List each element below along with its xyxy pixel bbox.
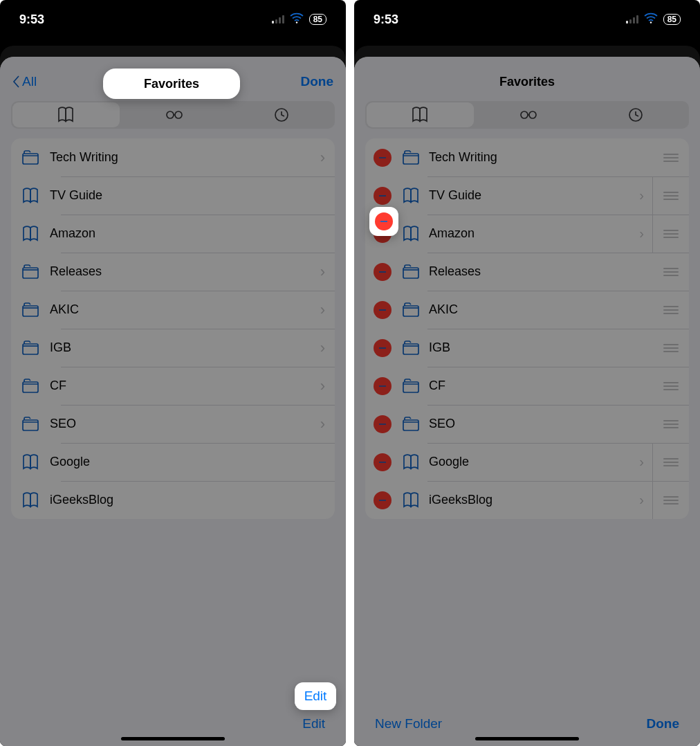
list-item-label: CF bbox=[429, 379, 653, 393]
edit-button[interactable]: Edit bbox=[302, 716, 325, 731]
chevron-right-icon: › bbox=[320, 377, 325, 395]
segmented-control[interactable] bbox=[365, 101, 689, 129]
delete-button[interactable] bbox=[374, 339, 392, 357]
drag-handle-icon[interactable] bbox=[660, 230, 682, 238]
list-item[interactable]: Releases bbox=[365, 253, 689, 291]
battery-badge: 85 bbox=[663, 14, 681, 25]
list-item[interactable]: TV Guide bbox=[11, 176, 335, 215]
segment-reading-list[interactable] bbox=[475, 101, 582, 129]
list-item[interactable]: AKIC› bbox=[11, 291, 335, 329]
drag-handle-icon[interactable] bbox=[660, 154, 682, 162]
list-item[interactable]: Amazon bbox=[11, 215, 335, 253]
list-item-label: AKIC bbox=[50, 302, 320, 317]
highlight-edit-label: Edit bbox=[304, 689, 327, 704]
list-item-label: CF bbox=[50, 379, 320, 393]
bookmarks-sheet-edit: . Favorites . Tech WritingTV Guide›Amazo… bbox=[354, 57, 700, 746]
drag-handle-icon[interactable] bbox=[660, 306, 682, 314]
back-button[interactable]: All bbox=[12, 74, 37, 89]
delete-button[interactable] bbox=[374, 377, 392, 395]
folder-icon bbox=[21, 376, 40, 396]
svg-point-4 bbox=[295, 21, 297, 23]
chevron-right-icon: › bbox=[320, 415, 325, 433]
delete-button[interactable] bbox=[374, 453, 392, 471]
home-indicator[interactable] bbox=[121, 737, 225, 740]
folder-icon bbox=[401, 148, 421, 167]
status-time: 9:53 bbox=[19, 12, 44, 27]
chevron-right-icon: › bbox=[320, 339, 325, 357]
delete-button[interactable] bbox=[374, 187, 392, 205]
favorites-list: Tech Writing›TV GuideAmazonReleases›AKIC… bbox=[11, 138, 335, 519]
delete-button[interactable] bbox=[374, 491, 392, 509]
new-folder-button[interactable]: New Folder bbox=[375, 716, 442, 731]
chevron-right-icon: › bbox=[320, 149, 325, 167]
list-item[interactable]: iGeeksBlog› bbox=[365, 481, 689, 519]
delete-button[interactable] bbox=[374, 149, 392, 167]
folder-icon bbox=[401, 338, 421, 358]
segment-history[interactable] bbox=[582, 101, 689, 129]
bookmark-icon bbox=[21, 186, 40, 206]
list-item[interactable]: Amazon› bbox=[365, 215, 689, 253]
segmented-control[interactable] bbox=[11, 101, 335, 129]
nav-bar: . Favorites . bbox=[362, 66, 692, 97]
list-item[interactable]: AKIC bbox=[365, 291, 689, 329]
done-button[interactable]: Done bbox=[647, 716, 680, 731]
delete-button[interactable] bbox=[374, 263, 392, 281]
list-item-label: TV Guide bbox=[429, 188, 639, 203]
folder-icon bbox=[401, 300, 421, 320]
cell-signal-icon bbox=[272, 15, 284, 24]
svg-point-5 bbox=[650, 21, 651, 23]
highlight-delete[interactable] bbox=[369, 207, 398, 236]
list-item[interactable]: Tech Writing› bbox=[11, 138, 335, 176]
highlight-title: Favorites bbox=[103, 69, 240, 99]
drag-handle-icon[interactable] bbox=[660, 458, 682, 466]
delete-button[interactable] bbox=[374, 301, 392, 319]
list-item-label: Tech Writing bbox=[429, 150, 653, 165]
list-item[interactable]: Tech Writing bbox=[365, 138, 689, 176]
delete-button[interactable] bbox=[374, 415, 392, 433]
bookmark-icon bbox=[401, 491, 421, 510]
list-item[interactable]: Google› bbox=[365, 443, 689, 481]
list-item[interactable]: IGB bbox=[365, 329, 689, 367]
segment-bookmarks[interactable] bbox=[367, 102, 474, 127]
folder-icon bbox=[21, 148, 40, 167]
segment-history[interactable] bbox=[228, 101, 335, 129]
delete-icon[interactable] bbox=[375, 212, 393, 230]
list-item[interactable]: iGeeksBlog bbox=[11, 481, 335, 519]
highlight-edit[interactable]: Edit bbox=[295, 682, 336, 710]
folder-icon bbox=[401, 376, 421, 396]
list-item-label: Google bbox=[429, 455, 639, 469]
drag-handle-icon[interactable] bbox=[660, 192, 682, 200]
list-item[interactable]: Releases› bbox=[11, 253, 335, 291]
folder-icon bbox=[401, 262, 421, 282]
page-title: Favorites bbox=[499, 75, 555, 89]
status-bar: 9:53 85 bbox=[0, 0, 346, 39]
chevron-right-icon: › bbox=[639, 226, 644, 242]
segment-bookmarks[interactable] bbox=[12, 102, 120, 127]
wifi-icon bbox=[644, 12, 658, 27]
bookmarks-sheet: All Favorites Done Tech Writing›TV Guide… bbox=[0, 57, 346, 746]
cell-signal-icon bbox=[626, 15, 638, 24]
done-button[interactable]: Done bbox=[300, 74, 333, 89]
list-item[interactable]: IGB› bbox=[11, 329, 335, 367]
drag-handle-icon[interactable] bbox=[660, 496, 682, 504]
drag-handle-icon[interactable] bbox=[660, 420, 682, 428]
list-item[interactable]: TV Guide› bbox=[365, 176, 689, 215]
bookmark-icon bbox=[401, 224, 421, 244]
drag-handle-icon[interactable] bbox=[660, 344, 682, 352]
list-item[interactable]: SEO bbox=[365, 405, 689, 443]
list-item[interactable]: SEO› bbox=[11, 405, 335, 443]
list-item-label: Releases bbox=[429, 264, 653, 279]
list-item[interactable]: CF bbox=[365, 367, 689, 405]
list-item-label: Amazon bbox=[429, 226, 639, 241]
home-indicator[interactable] bbox=[475, 737, 579, 740]
list-item[interactable]: CF› bbox=[11, 367, 335, 405]
drag-handle-icon[interactable] bbox=[660, 382, 682, 390]
folder-icon bbox=[401, 415, 421, 434]
chevron-right-icon: › bbox=[639, 492, 644, 508]
status-time: 9:53 bbox=[374, 12, 398, 27]
list-item-label: iGeeksBlog bbox=[429, 493, 639, 507]
segment-reading-list[interactable] bbox=[121, 101, 228, 129]
bookmark-icon bbox=[21, 453, 40, 472]
drag-handle-icon[interactable] bbox=[660, 268, 682, 276]
list-item[interactable]: Google bbox=[11, 443, 335, 481]
